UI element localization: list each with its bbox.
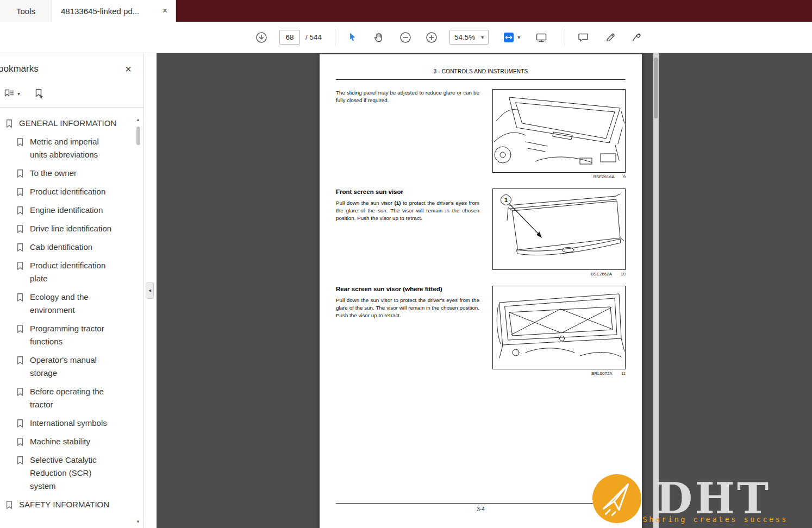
figure-rear-sun-visor xyxy=(492,286,626,369)
bookmark-list: GENERAL INFORMATION Metric and imperial … xyxy=(0,108,143,514)
bookmark-label: Engine identification xyxy=(30,204,103,217)
bookmark-item[interactable]: International symbols xyxy=(0,414,129,432)
bookmark-label: Before operating the tractor xyxy=(30,385,117,411)
bookmark-item-general-information[interactable]: GENERAL INFORMATION xyxy=(0,114,129,133)
tab-tools[interactable]: Tools xyxy=(0,0,52,22)
close-document-icon[interactable]: × xyxy=(160,7,170,15)
bookmark-item[interactable]: Programming tractor functions xyxy=(0,319,129,351)
titlebar-filler xyxy=(176,0,812,22)
bookmark-label: Metric and imperial units abbreviations xyxy=(30,135,117,161)
bookmark-label: Product identification xyxy=(30,185,105,198)
select-tool-button[interactable] xyxy=(343,28,361,47)
scroll-up-icon[interactable]: ▲ xyxy=(136,116,140,124)
page-header: 3 - CONTROLS AND INSTRUMENTS xyxy=(336,68,626,74)
toolbar-divider xyxy=(565,29,565,46)
section-heading: Front screen sun visor xyxy=(336,188,479,195)
bookmark-item[interactable]: Engine identification xyxy=(0,201,129,219)
bookmark-item[interactable]: Ecology and the environment xyxy=(0,288,129,319)
dht-watermark: DHT Sharing creates success xyxy=(592,474,788,528)
page-fit-button[interactable]: ▾ xyxy=(503,32,520,43)
collapse-panel-button[interactable]: ◀ xyxy=(146,282,154,299)
bookmark-label: Machine stability xyxy=(30,435,90,448)
bookmark-icon xyxy=(16,206,24,215)
minus-circle-icon xyxy=(399,32,411,43)
bookmark-label: Cab identification xyxy=(30,241,92,254)
section-body: Pull down the sun visor to protect the d… xyxy=(336,297,479,320)
scrollbar-thumb[interactable] xyxy=(136,127,140,145)
bookmark-label: International symbols xyxy=(30,417,107,430)
display-mode-button[interactable] xyxy=(532,28,551,47)
bookmark-item-safety-information[interactable]: SAFETY INFORMATION xyxy=(0,495,129,514)
bookmark-label: Product identification plate xyxy=(30,259,117,285)
section-sliding-panel: The sliding panel may be adjusted to red… xyxy=(336,89,626,179)
document-tab-label: 48133645-linked pd... xyxy=(61,7,139,16)
bookmark-icon xyxy=(16,324,24,334)
highlight-button[interactable] xyxy=(601,28,620,47)
close-bookmarks-icon[interactable]: × xyxy=(125,64,132,74)
bookmark-label: Selective Catalytic Reduction (SCR) syst… xyxy=(30,454,117,493)
add-bookmark-icon xyxy=(33,88,45,100)
bookmark-label: To the owner xyxy=(30,167,77,180)
bookmark-item[interactable]: Drive line identification xyxy=(0,219,129,238)
comment-button[interactable] xyxy=(574,28,592,47)
document-scrollbar[interactable] xyxy=(653,53,659,528)
bookmark-label: Ecology and the environment xyxy=(30,291,117,317)
section-body: Pull down the sun visor (1) to protect t… xyxy=(336,199,479,223)
bookmark-icon xyxy=(16,243,24,252)
panel-collapse-strip: ◀ xyxy=(144,53,157,528)
scroll-down-icon[interactable]: ▼ xyxy=(136,518,140,526)
bookmarks-panel-title: ookmarks xyxy=(0,64,39,74)
tab-bar: Tools 48133645-linked pd... × xyxy=(0,0,812,22)
bookmark-label: Programming tractor functions xyxy=(30,322,117,348)
bookmark-icon xyxy=(16,224,24,234)
document-canvas: 3 - CONTROLS AND INSTRUMENTS The sliding… xyxy=(157,53,812,528)
bookmark-icon xyxy=(16,419,24,428)
bookmark-item[interactable]: Before operating the tractor xyxy=(0,382,129,414)
section-front-sun-visor: Front screen sun visor Pull down the sun… xyxy=(336,188,626,276)
hand-tool-button[interactable] xyxy=(369,28,388,47)
download-icon xyxy=(255,32,267,43)
tab-document[interactable]: 48133645-linked pd... × xyxy=(52,0,176,22)
figure-code: BSE2616A xyxy=(593,174,614,179)
figure-front-sun-visor: 1 xyxy=(492,188,626,270)
fill-sign-button[interactable] xyxy=(627,28,646,47)
bookmark-item[interactable]: Cab identification xyxy=(0,238,129,256)
bookmark-item[interactable]: Product identification xyxy=(0,183,129,201)
fountain-pen-icon xyxy=(630,32,642,43)
header-rule xyxy=(336,79,626,80)
bookmark-label: Drive line identification xyxy=(30,222,111,235)
figure-number: 10 xyxy=(621,272,626,276)
pdf-viewer-window: Tools 48133645-linked pd... × / 544 54.5… xyxy=(0,0,812,528)
fit-width-icon xyxy=(503,32,515,43)
document-scrollbar-thumb[interactable] xyxy=(654,58,658,118)
bookmark-item[interactable]: Metric and imperial units abbreviations xyxy=(0,133,129,164)
bookmark-item[interactable]: Operator's manual storage xyxy=(0,351,129,382)
toolbar-divider xyxy=(335,29,335,46)
pdf-page: 3 - CONTROLS AND INSTRUMENTS The sliding… xyxy=(320,54,642,528)
bookmark-icon xyxy=(5,119,13,128)
bookmark-item[interactable]: Product identification plate xyxy=(0,256,129,288)
bookmark-icon xyxy=(16,387,24,397)
bookmark-icon xyxy=(5,500,13,510)
pencil-icon xyxy=(604,32,616,43)
add-bookmark-button[interactable] xyxy=(33,88,45,100)
figure-code: BRL6072A xyxy=(591,371,613,376)
zoom-out-button[interactable] xyxy=(396,28,415,47)
bookmarks-scrollbar[interactable]: ▲ ▼ xyxy=(134,116,142,528)
download-button[interactable] xyxy=(252,28,271,47)
bookmark-options-button[interactable]: ▾ xyxy=(3,88,20,100)
page-number-input[interactable] xyxy=(279,30,300,45)
page-footer: 3-4 xyxy=(336,503,626,512)
watermark-tagline: Sharing creates success xyxy=(643,515,788,524)
bookmark-item[interactable]: To the owner xyxy=(0,164,129,183)
bookmark-item[interactable]: Selective Catalytic Reduction (SCR) syst… xyxy=(0,451,129,495)
zoom-level-dropdown[interactable]: 54.5% ▾ xyxy=(449,30,489,45)
section-heading: Rear screen sun visor (where fitted) xyxy=(336,286,479,292)
bookmark-item[interactable]: Machine stability xyxy=(0,432,129,451)
bookmarks-panel-header: ookmarks × xyxy=(0,53,143,80)
chevron-down-icon: ▾ xyxy=(481,35,484,40)
bookmarks-toolbar: ▾ xyxy=(0,80,143,108)
plus-circle-icon xyxy=(426,32,438,43)
zoom-in-button[interactable] xyxy=(422,28,441,47)
figure-code: BSE2662A xyxy=(591,272,612,276)
